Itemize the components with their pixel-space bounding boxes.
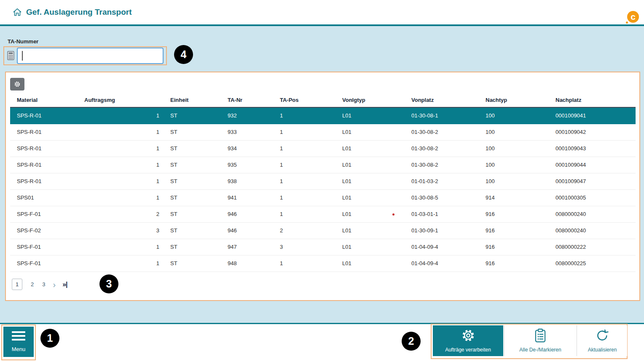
table-cell: 0080000225 <box>549 255 636 272</box>
table-cell: 1 <box>78 189 164 206</box>
table-cell: 946 <box>221 206 273 222</box>
table-cell: 916 <box>479 239 549 255</box>
table-cell: L01 <box>335 173 405 189</box>
table-cell: 1 <box>78 255 164 272</box>
text-cursor <box>22 51 23 61</box>
table-cell: SPS-R-01 <box>10 157 78 173</box>
table-cell: 01-30-08-2 <box>405 157 479 173</box>
column-header[interactable]: Einheit <box>164 93 221 107</box>
table-cell: ST <box>164 157 221 173</box>
toolbar-divider <box>577 325 577 356</box>
table-cell: L01 <box>335 157 405 173</box>
toolbar-divider <box>504 325 504 356</box>
pagination-current-page[interactable]: 1 <box>12 279 22 290</box>
table-cell: 2 <box>78 206 164 222</box>
table-cell: 1 <box>273 173 335 189</box>
calculator-icon[interactable] <box>7 51 14 61</box>
table-cell: ST <box>164 255 221 272</box>
table-cell: ST <box>164 189 221 206</box>
aktualisieren-button[interactable]: Aktualisieren <box>577 325 627 356</box>
table-cell: 01-04-09-4 <box>405 239 479 255</box>
table-row[interactable]: SPS-F-012ST9461L0101-03-01-1916008000024… <box>10 206 636 222</box>
menu-button-label: Menu <box>12 346 26 352</box>
table-cell: SPS-R-01 <box>10 173 78 189</box>
column-header[interactable]: TA-Pos <box>273 93 335 107</box>
column-header[interactable]: Auftragsmg <box>78 93 164 107</box>
table-cell: ST <box>164 124 221 140</box>
pagination: 123›»| <box>12 279 67 290</box>
page-title: Gef. Auslagerung Transport <box>26 8 132 17</box>
column-header[interactable]: Nachtyp <box>479 93 549 107</box>
table-cell: 1 <box>273 140 335 157</box>
orders-table-panel: MaterialAuftragsmgEinheitTA-NrTA-PosVonl… <box>5 72 640 301</box>
table-row[interactable]: SPS-R-011ST9351L0101-30-08-2100000100904… <box>10 157 636 173</box>
table-cell: L01 <box>335 255 405 272</box>
table-row[interactable]: SPS-R-011ST9341L0101-30-08-2100000100904… <box>10 140 636 157</box>
annotation-badge-4: 4 <box>174 45 193 64</box>
table-cell: 914 <box>479 189 549 206</box>
table-cell: 0001009043 <box>549 140 636 157</box>
pagination-page-2[interactable]: 2 <box>31 281 34 287</box>
home-icon[interactable] <box>13 8 22 17</box>
alle-de-markieren-button[interactable]: Alle De-/Markieren <box>504 325 576 356</box>
table-cell: 0001009044 <box>549 157 636 173</box>
table-row[interactable]: SPS-R-011ST9381L0101-01-03-2100000100904… <box>10 173 636 189</box>
table-cell: 938 <box>221 173 273 189</box>
refresh-icon <box>595 328 609 343</box>
table-cell: 0001009041 <box>549 107 636 124</box>
ta-nummer-input[interactable] <box>17 48 164 64</box>
table-cell: 948 <box>221 255 273 272</box>
table-cell: 1 <box>78 107 164 124</box>
table-header-row: MaterialAuftragsmgEinheitTA-NrTA-PosVonl… <box>10 93 636 107</box>
table-cell: 1 <box>273 107 335 124</box>
table-cell: 100 <box>479 140 549 157</box>
table-cell: 100 <box>479 173 549 189</box>
table-cell: L01 <box>335 206 405 222</box>
table-cell: SPS-R-01 <box>10 107 78 124</box>
annotation-badge-1: 1 <box>40 329 59 348</box>
table-cell: 01-01-03-2 <box>405 173 479 189</box>
pagination-last-icon[interactable]: »| <box>62 281 67 288</box>
column-header[interactable]: Material <box>10 93 78 107</box>
hamburger-icon <box>12 331 25 343</box>
column-header[interactable]: TA-Nr <box>221 93 273 107</box>
table-row[interactable]: SPS-F-011ST9473L0101-04-09-4916008000022… <box>10 239 636 255</box>
table-row[interactable]: SPS-R-011ST9331L0101-30-08-2100000100904… <box>10 124 636 140</box>
table-cell: 1 <box>273 255 335 272</box>
table-cell: 1 <box>273 157 335 173</box>
table-cell: SPS-R-01 <box>10 124 78 140</box>
table-cell: 01-03-01-1 <box>405 206 479 222</box>
table-cell: 01-30-08-2 <box>405 124 479 140</box>
table-cell: 0001000305 <box>549 189 636 206</box>
table-cell: 1 <box>273 124 335 140</box>
table-cell: 01-04-09-4 <box>405 255 479 272</box>
table-row[interactable]: SPS-F-023ST9462L0101-30-09-1916008000024… <box>10 222 636 239</box>
annotation-badge-3: 3 <box>99 274 118 293</box>
column-header[interactable]: Vonlgtyp <box>335 93 405 107</box>
button-label: Aufträge verarbeiten <box>445 347 491 353</box>
column-header[interactable]: Vonplatz <box>405 93 479 107</box>
table-cell: 933 <box>221 124 273 140</box>
table-cell: 932 <box>221 107 273 124</box>
table-cell: SPS-F-02 <box>10 222 78 239</box>
table-row[interactable]: SPS-F-011ST9481L0101-04-09-4916008000022… <box>10 255 636 272</box>
brand-logo: c <box>625 11 639 24</box>
table-row[interactable]: SPS-R-011ST9321L0101-30-08-1100000100904… <box>10 107 636 124</box>
table-cell: 01-30-08-5 <box>405 189 479 206</box>
table-cell: 916 <box>479 222 549 239</box>
pagination-next-icon[interactable]: › <box>53 280 56 289</box>
table-cell: L01 <box>335 189 405 206</box>
table-cell: L01 <box>335 107 405 124</box>
table-cell: L01 <box>335 222 405 239</box>
column-header[interactable]: Nachplatz <box>549 93 636 107</box>
table-settings-button[interactable] <box>10 78 24 90</box>
table-cell: ST <box>164 140 221 157</box>
error-dot <box>392 213 394 216</box>
menu-button[interactable]: Menu <box>3 327 34 357</box>
pagination-page-3[interactable]: 3 <box>42 281 45 287</box>
gear-icon <box>14 81 21 88</box>
table-cell: 100 <box>479 157 549 173</box>
auftraege-verarbeiten-button[interactable]: Aufträge verarbeiten <box>433 325 503 356</box>
table-cell: 0001009047 <box>549 173 636 189</box>
table-row[interactable]: SPS011ST9411L0101-30-08-59140001000305 <box>10 189 636 206</box>
